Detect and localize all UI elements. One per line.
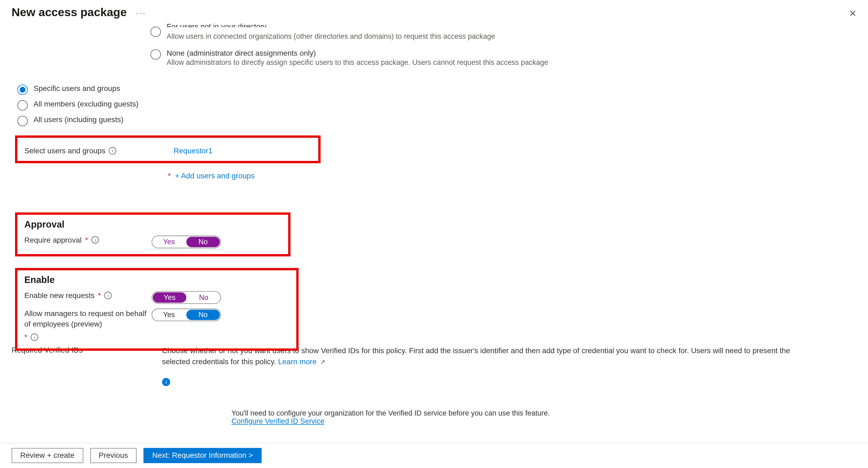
info-icon[interactable]: i <box>162 378 170 386</box>
radio-label: For users not in your directory <box>167 22 495 27</box>
directory-scope-group: Specific users and groups All members (e… <box>18 84 857 126</box>
add-users-groups-link[interactable]: + Add users and groups <box>175 171 255 180</box>
allow-managers-label: Allow managers to request on behalf of e… <box>24 309 151 330</box>
radio-description: Allow administrators to directly assign … <box>167 58 548 66</box>
info-icon[interactable]: i <box>91 236 99 244</box>
radio-label: Specific users and groups <box>34 84 120 93</box>
enable-new-requests-toggle[interactable]: Yes No <box>152 291 221 304</box>
previous-button[interactable]: Previous <box>90 448 136 463</box>
request-scope-group: For users not in your directory Allow us… <box>151 26 857 67</box>
toggle-no: No <box>186 237 220 247</box>
configure-verified-id-link[interactable]: Configure Verified ID Service <box>231 417 324 425</box>
close-button[interactable]: ✕ <box>849 8 857 19</box>
info-icon[interactable]: i <box>31 334 38 341</box>
page-header: New access package ··· ✕ <box>0 0 868 23</box>
info-icon[interactable]: i <box>109 147 117 154</box>
enable-highlight: Enable Enable new requests * i Yes No Al… <box>15 268 299 351</box>
enable-new-requests-label: Enable new requests <box>24 291 94 300</box>
radio-icon <box>18 116 28 126</box>
requestor-chip[interactable]: Requestor1 <box>174 146 213 155</box>
require-approval-toggle[interactable]: Yes No <box>152 236 221 248</box>
radio-label: None (administrator direct assignments o… <box>167 49 316 57</box>
radio-label: All users (including guests) <box>34 115 123 124</box>
radio-icon <box>18 85 28 95</box>
more-actions-button[interactable]: ··· <box>136 8 146 17</box>
toggle-yes: Yes <box>152 236 186 248</box>
approval-heading: Approval <box>24 219 281 230</box>
radio-icon <box>18 100 28 111</box>
radio-specific-users[interactable]: Specific users and groups <box>18 84 857 95</box>
radio-label: All members (excluding guests) <box>34 99 138 108</box>
learn-more-link[interactable]: Learn more <box>278 357 316 366</box>
radio-none-admin[interactable]: None (administrator direct assignments o… <box>151 49 857 67</box>
toggle-no: No <box>186 310 220 320</box>
radio-not-in-directory[interactable]: For users not in your directory Allow us… <box>151 26 857 41</box>
review-create-button[interactable]: Review + create <box>11 448 83 463</box>
radio-icon <box>151 27 161 37</box>
radio-description: Allow users in connected organizations (… <box>167 33 495 41</box>
select-users-label: Select users and groups <box>24 146 105 155</box>
radio-all-users[interactable]: All users (including guests) <box>18 115 857 126</box>
toggle-no: No <box>187 292 220 303</box>
external-link-icon: ↗ <box>320 358 325 365</box>
allow-managers-toggle[interactable]: Yes No <box>152 309 221 321</box>
page-title: New access package <box>11 6 127 19</box>
require-approval-label: Require approval <box>24 236 82 244</box>
radio-all-members[interactable]: All members (excluding guests) <box>18 99 857 111</box>
radio-icon <box>151 49 161 60</box>
next-button[interactable]: Next: Requestor Information > <box>144 448 261 463</box>
approval-highlight: Approval Require approval * i Yes No <box>15 213 290 257</box>
info-icon[interactable]: i <box>104 292 112 299</box>
toggle-yes: Yes <box>153 292 186 303</box>
select-users-highlight: Select users and groups i Requestor1 <box>15 135 320 163</box>
required-star: * <box>168 171 171 180</box>
wizard-footer: Review + create Previous Next: Requestor… <box>0 442 868 468</box>
enable-heading: Enable <box>24 275 289 285</box>
toggle-yes: Yes <box>152 309 186 321</box>
verified-id-hint: You'll need to configure your organizati… <box>231 409 857 425</box>
